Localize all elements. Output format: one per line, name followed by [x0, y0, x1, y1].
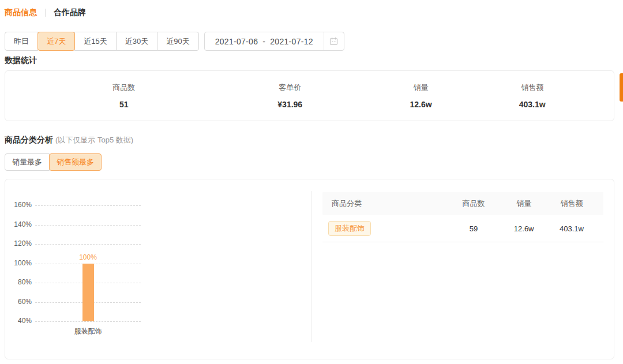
tab-top-sales-volume[interactable]: 销量最多 [5, 153, 50, 171]
stat-avg-order-value: 客单价 ¥31.96 [277, 71, 302, 121]
tab-product-info[interactable]: 商品信息 [5, 7, 37, 18]
stat-label: 商品数 [112, 82, 135, 93]
header-product-count: 商品数 [463, 192, 485, 215]
table-row: 服装配饰 59 12.6w 403.1w [322, 215, 603, 242]
range-button-30days[interactable]: 近30天 [116, 32, 157, 51]
card-vertical-divider [312, 191, 312, 342]
bar-value-label: 100% [79, 253, 97, 261]
grid-line [35, 244, 141, 245]
stat-label: 销售额 [521, 82, 543, 93]
header-revenue: 销售额 [560, 192, 583, 215]
stat-sales-volume: 销量 12.6w [410, 71, 431, 121]
stats-card: 商品数 51 客单价 ¥31.96 销量 12.6w 销售额 403.1w [5, 70, 614, 121]
date-separator: - [262, 37, 265, 46]
range-button-7days[interactable]: 近7天 [37, 32, 75, 51]
stat-value: 51 [119, 100, 129, 109]
stat-label: 销量 [414, 82, 429, 93]
category-cell: 服装配饰 [328, 215, 371, 242]
calendar-icon [329, 37, 338, 46]
category-analysis-subtitle: (以下仅显示 Top5 数据) [55, 136, 133, 144]
y-axis-tick-label: 140% [5, 220, 32, 228]
chart-bar[interactable] [82, 264, 94, 322]
product-analytics-page: 商品信息 合作品牌 昨日 近7天 近15天 近30天 近90天 2021-07-… [0, 0, 623, 364]
tab-top-revenue[interactable]: 销售额最多 [49, 153, 102, 171]
stat-value: 12.6w [410, 100, 431, 109]
product-count-cell: 59 [470, 215, 478, 242]
category-analysis-title-text: 商品分类分析 [5, 135, 53, 144]
header-sales: 销量 [516, 192, 531, 215]
category-table: 商品分类 商品数 销量 销售额 服装配饰 59 12.6w 403.1w [322, 192, 603, 242]
filter-row: 昨日 近7天 近15天 近30天 近90天 2021-07-06 - 2021-… [5, 32, 344, 51]
module-tabs: 商品信息 合作品牌 [5, 7, 86, 18]
revenue-cell: 403.1w [560, 215, 584, 242]
date-end: 2021-07-12 [270, 37, 313, 46]
range-button-yesterday[interactable]: 昨日 [5, 32, 38, 51]
y-axis-tick-label: 80% [5, 278, 32, 286]
analysis-tab-group: 销量最多 销售额最多 [5, 153, 102, 171]
y-axis-tick-label: 60% [5, 298, 32, 306]
header-category: 商品分类 [332, 192, 362, 215]
grid-line [35, 205, 141, 206]
y-axis-tick-label: 120% [5, 239, 32, 247]
range-button-90days[interactable]: 近90天 [157, 32, 198, 51]
tab-partner-brands[interactable]: 合作品牌 [54, 7, 86, 18]
date-range-value[interactable]: 2021-07-06 - 2021-07-12 [205, 32, 324, 50]
sales-cell: 12.6w [514, 215, 534, 242]
calendar-icon-button[interactable] [324, 32, 344, 50]
stat-product-count: 商品数 51 [112, 71, 135, 121]
date-range-group: 昨日 近7天 近15天 近30天 近90天 [5, 32, 199, 51]
grid-line [35, 321, 141, 322]
stat-revenue: 销售额 403.1w [519, 71, 546, 121]
category-bar-chart: 160%140%120%100%80%60%40%100%服装配饰 [5, 179, 167, 347]
category-table-header: 商品分类 商品数 销量 销售额 [322, 192, 603, 215]
y-axis-tick-label: 100% [5, 259, 32, 267]
stat-value: ¥31.96 [277, 100, 302, 109]
y-axis-tick-label: 40% [5, 317, 32, 325]
stat-label: 客单价 [279, 82, 301, 93]
stat-value: 403.1w [519, 100, 546, 109]
range-button-15days[interactable]: 近15天 [74, 32, 116, 51]
floating-side-tab[interactable] [620, 73, 623, 102]
category-analysis-title: 商品分类分析(以下仅显示 Top5 数据) [5, 135, 133, 145]
tab-divider [45, 9, 46, 17]
stats-section-title: 数据统计 [5, 55, 37, 66]
category-tag[interactable]: 服装配饰 [328, 221, 371, 236]
date-start: 2021-07-06 [215, 37, 258, 46]
x-axis-category-label: 服装配饰 [74, 327, 102, 336]
date-range-picker[interactable]: 2021-07-06 - 2021-07-12 [204, 32, 344, 51]
grid-line [35, 225, 141, 226]
category-analysis-card: 160%140%120%100%80%60%40%100%服装配饰 商品分类 商… [5, 179, 614, 359]
y-axis-tick-label: 160% [5, 201, 32, 209]
